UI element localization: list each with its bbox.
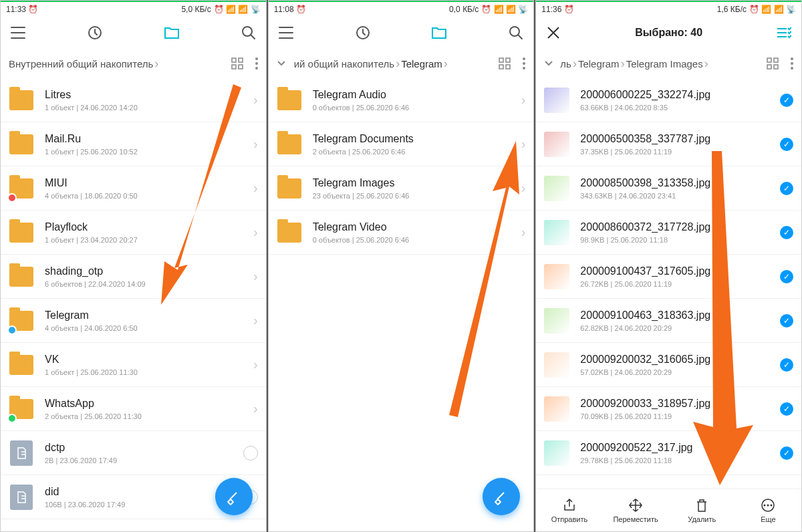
item-meta: 2 объекта | 25.06.2020 11:30 bbox=[45, 412, 253, 420]
close-icon[interactable] bbox=[545, 25, 561, 41]
list-item[interactable]: Mail.Ru1 объект | 25.06.2020 10:52› bbox=[1, 122, 266, 166]
list-item[interactable]: WhatsApp2 объекта | 25.06.2020 11:30› bbox=[1, 387, 266, 431]
hamburger-icon[interactable] bbox=[10, 25, 26, 41]
select-all-icon[interactable] bbox=[776, 25, 792, 41]
check-icon[interactable]: ✓ bbox=[780, 314, 793, 327]
svg-rect-21 bbox=[774, 65, 778, 69]
item-meta: 57.02KB | 24.06.2020 20:29 bbox=[580, 368, 780, 376]
svg-rect-4 bbox=[232, 65, 236, 69]
more-vertical-icon[interactable] bbox=[255, 57, 258, 70]
folder-tab-icon[interactable] bbox=[431, 25, 447, 41]
chevron-right-icon: › bbox=[253, 269, 258, 284]
list-item[interactable]: Telegram Images23 объекта | 25.06.2020 6… bbox=[269, 166, 534, 211]
hamburger-icon[interactable] bbox=[278, 25, 294, 41]
image-thumbnail bbox=[544, 88, 569, 113]
search-icon[interactable] bbox=[508, 25, 524, 41]
list-item[interactable]: MIUI4 объекта | 18.06.2020 0:50› bbox=[1, 166, 266, 211]
folder-tab-icon[interactable] bbox=[164, 25, 180, 41]
grid-view-icon[interactable] bbox=[231, 57, 243, 70]
send-button[interactable]: Отправить bbox=[536, 489, 602, 531]
chevron-right-icon: › bbox=[521, 225, 526, 240]
history-icon[interactable] bbox=[87, 25, 103, 41]
filelist[interactable]: Litres1 объект | 24.06.2020 14:20›Mail.R… bbox=[1, 78, 266, 531]
check-icon[interactable]: ✓ bbox=[780, 182, 793, 195]
back-chevron-icon[interactable] bbox=[544, 60, 553, 67]
list-item[interactable]: 200008600372_317728.jpg98.9KB | 25.06.20… bbox=[536, 211, 801, 255]
breadcrumb[interactable]: ль › Telegram › Telegram Images › bbox=[536, 49, 801, 78]
history-icon[interactable] bbox=[355, 25, 371, 41]
list-item[interactable]: shading_otp6 объектов | 22.04.2020 14:09… bbox=[1, 255, 266, 299]
list-item[interactable]: 200008500398_313358.jpg343.63KB | 24.06.… bbox=[536, 166, 801, 211]
image-thumbnail bbox=[544, 220, 569, 245]
list-item[interactable]: 200009100437_317605.jpg26.72KB | 25.06.2… bbox=[536, 255, 801, 299]
item-name: Telegram Images bbox=[313, 177, 521, 189]
check-icon[interactable]: ✓ bbox=[780, 446, 793, 460]
check-icon[interactable]: ✓ bbox=[780, 94, 793, 107]
list-item[interactable]: Playflock1 объект | 23.04.2020 20:27› bbox=[1, 211, 266, 255]
back-chevron-icon[interactable] bbox=[277, 60, 286, 67]
folder-icon bbox=[9, 88, 34, 113]
check-icon[interactable]: ✓ bbox=[780, 402, 793, 416]
more-vertical-icon[interactable] bbox=[523, 57, 525, 70]
folder-icon bbox=[9, 396, 34, 422]
list-item[interactable]: 200009100463_318363.jpg62.82KB | 24.06.2… bbox=[536, 299, 801, 343]
item-name: 200006000225_332274.jpg bbox=[580, 89, 780, 101]
grid-view-icon[interactable] bbox=[767, 57, 779, 70]
breadcrumb[interactable]: Внутренний общий накопитель › bbox=[1, 49, 266, 78]
check-icon[interactable]: ✓ bbox=[780, 358, 793, 372]
item-name: Telegram bbox=[45, 309, 253, 321]
check-icon[interactable]: ✓ bbox=[780, 226, 793, 239]
list-item[interactable]: VK1 объект | 25.06.2020 11:30› bbox=[1, 343, 266, 387]
screen-2: 11:08 ⏰ 0,0 КБ/с ⏰ 📶 📶 📡 ий общий накопи… bbox=[268, 0, 535, 532]
list-item[interactable]: 200009200032_316065.jpg57.02KB | 24.06.2… bbox=[536, 343, 801, 387]
list-item[interactable]: Telegram4 объекта | 24.06.2020 6:50› bbox=[1, 299, 266, 343]
grid-view-icon[interactable] bbox=[499, 57, 511, 70]
topbar bbox=[1, 17, 266, 49]
breadcrumb[interactable]: ий общий накопитель › Telegram › bbox=[269, 49, 534, 78]
status-speed: 5,0 КБ/с bbox=[181, 5, 211, 14]
item-name: shading_otp bbox=[45, 265, 253, 277]
filelist[interactable]: Telegram Audio0 объектов | 25.06.2020 6:… bbox=[269, 78, 534, 531]
list-item[interactable]: Telegram Video0 объектов | 25.06.2020 6:… bbox=[269, 211, 534, 255]
list-item[interactable]: 200006500358_337787.jpg37.35KB | 25.06.2… bbox=[536, 122, 801, 166]
svg-rect-5 bbox=[239, 65, 243, 69]
list-item[interactable]: Litres1 объект | 24.06.2020 14:20› bbox=[1, 78, 266, 122]
chevron-right-icon: › bbox=[253, 357, 258, 372]
item-name: Telegram Audio bbox=[313, 89, 521, 101]
item-name: 200008500398_313358.jpg bbox=[580, 177, 780, 189]
filelist[interactable]: 200006000225_332274.jpg63.66KB | 24.06.2… bbox=[536, 78, 801, 489]
chevron-right-icon: › bbox=[521, 92, 526, 108]
chevron-right-icon: › bbox=[521, 136, 526, 152]
svg-point-27 bbox=[767, 504, 769, 506]
move-button[interactable]: Переместить bbox=[603, 489, 669, 531]
delete-button[interactable]: Удалить bbox=[669, 489, 735, 531]
clean-fab[interactable] bbox=[215, 478, 253, 515]
folder-icon bbox=[277, 220, 302, 245]
item-name: Litres bbox=[45, 89, 253, 101]
item-name: VK bbox=[45, 354, 253, 366]
image-thumbnail bbox=[544, 176, 569, 201]
folder-icon bbox=[9, 176, 34, 201]
item-name: 200009200032_316065.jpg bbox=[580, 354, 780, 366]
folder-icon bbox=[277, 132, 302, 157]
list-item[interactable]: Telegram Audio0 объектов | 25.06.2020 6:… bbox=[269, 78, 534, 122]
more-button[interactable]: Еще bbox=[735, 489, 801, 531]
clean-fab[interactable] bbox=[483, 478, 520, 515]
more-vertical-icon[interactable] bbox=[791, 57, 793, 70]
image-thumbnail bbox=[544, 264, 569, 289]
radio-select[interactable] bbox=[243, 446, 258, 460]
list-item[interactable]: dctp2B | 23.06.2020 17:49 bbox=[1, 431, 266, 475]
check-icon[interactable]: ✓ bbox=[780, 138, 793, 151]
check-icon[interactable]: ✓ bbox=[780, 270, 793, 283]
list-item[interactable]: 200009200033_318957.jpg70.09KB | 25.06.2… bbox=[536, 387, 801, 431]
bottombar: Отправить Переместить Удалить Еще bbox=[536, 489, 801, 531]
status-time: 11:33 bbox=[6, 5, 26, 14]
status-time: 11:36 bbox=[541, 5, 561, 14]
item-name: 200009100463_318363.jpg bbox=[580, 309, 780, 321]
item-name: 200009200522_317.jpg bbox=[580, 442, 780, 454]
search-icon[interactable] bbox=[241, 25, 257, 41]
list-item[interactable]: 200006000225_332274.jpg63.66KB | 24.06.2… bbox=[536, 78, 801, 122]
item-name: 200009100437_317605.jpg bbox=[580, 265, 780, 277]
list-item[interactable]: Telegram Documents2 объекта | 25.06.2020… bbox=[269, 122, 534, 166]
list-item[interactable]: 200009200522_317.jpg29.78KB | 25.06.2020… bbox=[536, 431, 801, 475]
